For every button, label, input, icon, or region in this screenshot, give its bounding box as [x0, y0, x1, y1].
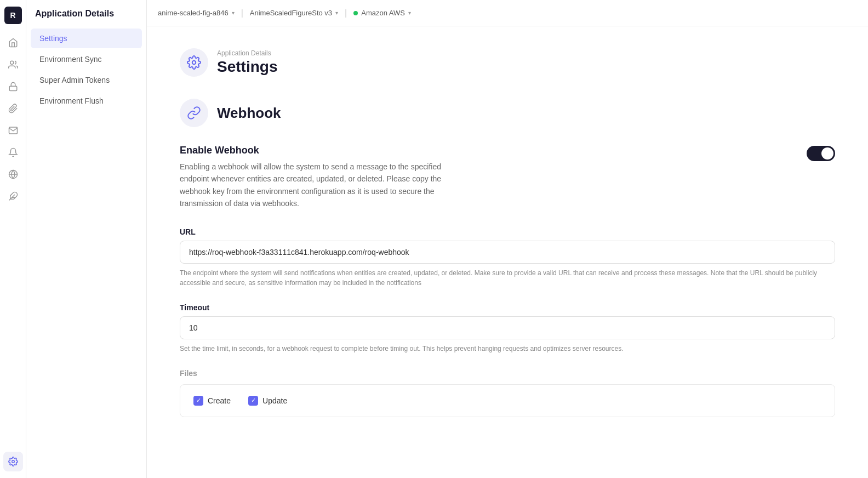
- svg-point-0: [10, 61, 13, 64]
- url-label: URL: [180, 227, 835, 236]
- timeout-input[interactable]: [180, 316, 835, 339]
- sidebar-item-settings[interactable]: Settings: [31, 29, 142, 48]
- nav-icon-clip[interactable]: [3, 99, 23, 118]
- breadcrumb-app[interactable]: anime-scaled-fig-a846 ▾: [158, 9, 235, 17]
- enable-webhook-title: Enable Webhook: [180, 145, 443, 156]
- nav-icon-home[interactable]: [3, 33, 23, 53]
- breadcrumb-aws[interactable]: Amazon AWS ▾: [353, 9, 411, 17]
- webhook-toggle[interactable]: [807, 146, 835, 161]
- sidebar-item-env-sync[interactable]: Environment Sync: [31, 49, 142, 69]
- top-bar: anime-scaled-fig-a846 ▾ | AnimeScaledFig…: [147, 0, 868, 26]
- logo-icon[interactable]: R: [4, 7, 22, 24]
- sidebar-item-super-admin[interactable]: Super Admin Tokens: [31, 70, 142, 90]
- files-label: Files: [180, 369, 835, 378]
- url-input[interactable]: [180, 241, 835, 264]
- separator-1: |: [241, 8, 243, 18]
- nav-icon-mail[interactable]: [3, 121, 23, 140]
- chevron-icon-2: ▾: [335, 10, 338, 16]
- webhook-heading: Webhook: [217, 105, 281, 122]
- nav-icon-gear[interactable]: [3, 452, 23, 471]
- nav-icon-users[interactable]: [3, 55, 23, 75]
- files-update-checkbox[interactable]: ✓ Update: [248, 396, 287, 406]
- nav-icon-bell[interactable]: [3, 143, 23, 162]
- left-nav: Application Details Settings Environment…: [26, 0, 147, 478]
- svg-point-6: [12, 460, 14, 463]
- timeout-hint: Set the time limit, in seconds, for a we…: [180, 344, 835, 354]
- page-breadcrumb: Application Details: [217, 49, 277, 57]
- icon-sidebar: R: [0, 0, 26, 478]
- enable-webhook-text: Enable Webhook Enabling a webhook will a…: [180, 145, 443, 210]
- webhook-section-header: Webhook: [180, 99, 835, 127]
- files-create-checkbox[interactable]: ✓ Create: [193, 396, 231, 406]
- files-create-label: Create: [208, 396, 231, 405]
- chevron-icon-3: ▾: [408, 10, 411, 16]
- breadcrumb-aws-label: Amazon AWS: [361, 9, 405, 17]
- timeout-label: Timeout: [180, 303, 835, 312]
- webhook-toggle-slider: [807, 146, 835, 161]
- main-container: anime-scaled-fig-a846 ▾ | AnimeScaledFig…: [147, 0, 868, 478]
- nav-icon-lock[interactable]: [3, 77, 23, 96]
- page-header: Application Details Settings: [180, 48, 835, 77]
- page-title: Application Details: [26, 9, 146, 27]
- breadcrumb-version-label: AnimeScaledFigureSto v3: [250, 9, 332, 17]
- files-update-label: Update: [262, 396, 287, 405]
- page-heading: Settings: [217, 58, 277, 76]
- nav-icon-translate[interactable]: [3, 164, 23, 184]
- enable-webhook-description: Enabling a webhook will allow the system…: [180, 161, 443, 210]
- webhook-icon-circle: [180, 99, 208, 127]
- svg-point-7: [192, 61, 196, 65]
- enable-webhook-row: Enable Webhook Enabling a webhook will a…: [180, 145, 835, 210]
- separator-2: |: [345, 8, 347, 18]
- timeout-field-group: Timeout Set the time limit, in seconds, …: [180, 303, 835, 354]
- page-header-text: Application Details Settings: [217, 49, 277, 76]
- files-section: Files ✓ Create ✓ Update: [180, 369, 835, 417]
- url-field-group: URL The endpoint where the system will s…: [180, 227, 835, 288]
- status-dot: [353, 11, 358, 15]
- sidebar-item-env-flush[interactable]: Environment Flush: [31, 91, 142, 111]
- breadcrumb-app-label: anime-scaled-fig-a846: [158, 9, 229, 17]
- chevron-icon-1: ▾: [232, 10, 235, 16]
- page-header-icon-circle: [180, 48, 208, 77]
- update-checkmark: ✓: [248, 396, 258, 406]
- url-hint: The endpoint where the system will send …: [180, 268, 835, 288]
- nav-icon-puzzle[interactable]: [3, 186, 23, 206]
- files-box: ✓ Create ✓ Update: [180, 384, 835, 417]
- svg-rect-1: [9, 86, 17, 90]
- breadcrumb-version[interactable]: AnimeScaledFigureSto v3 ▾: [250, 9, 338, 17]
- content-area: Application Details Settings Webhook Ena…: [147, 26, 868, 478]
- create-checkmark: ✓: [193, 396, 203, 406]
